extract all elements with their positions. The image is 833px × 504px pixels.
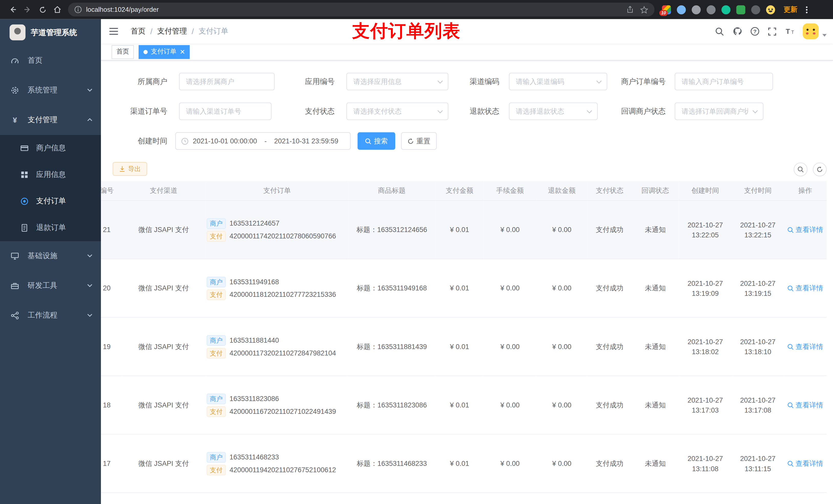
reset-button-label: 重置	[416, 136, 430, 146]
extension-icon-2[interactable]	[677, 5, 686, 14]
help-icon[interactable]: ?	[746, 19, 763, 44]
sidebar-item-home[interactable]: 首页	[0, 46, 101, 75]
sidebar-item-system[interactable]: 系统管理	[0, 75, 101, 105]
breadcrumb-item-payment[interactable]: 支付管理	[157, 27, 187, 36]
merchant-order-no-input[interactable]	[675, 73, 773, 90]
url-text[interactable]: localhost:1024/pay/order	[86, 6, 159, 13]
cell-actions: 查看详情	[784, 317, 827, 376]
close-icon[interactable]	[180, 49, 185, 54]
sidebar-item-label: 系统管理	[28, 86, 57, 95]
sidebar-item-app-info[interactable]: 应用信息	[0, 161, 101, 188]
site-info-icon[interactable]	[74, 6, 82, 13]
breadcrumb-item-home[interactable]: 首页	[130, 27, 145, 36]
back-icon[interactable]	[5, 2, 20, 17]
sidebar-item-pay-order[interactable]: 支付订单	[0, 188, 101, 215]
browser-update-button[interactable]: 更新	[784, 5, 798, 14]
refund-status-select[interactable]: 请选择退款状态	[509, 102, 598, 120]
extension-badge: 10	[659, 10, 668, 16]
pay-tag: 支付	[207, 464, 226, 475]
table-row[interactable]: 20 微信 JSAPI 支付 商户1635311949168 支付4200001…	[101, 259, 827, 317]
sidebar-item-devtools[interactable]: 研发工具	[0, 271, 101, 301]
tab-pay-order[interactable]: 支付订单	[139, 45, 190, 58]
channel-code-select[interactable]: 请输入渠道编码	[509, 73, 607, 90]
browser-menu-icon[interactable]	[804, 4, 810, 15]
table-row[interactable]: 19 微信 JSAPI 支付 商户1635311881440 支付4200001…	[101, 317, 827, 376]
payment-submenu: 商户信息 应用信息 支付订单 退款订单	[0, 135, 101, 241]
refresh-button[interactable]	[813, 163, 827, 176]
sidebar-item-infra[interactable]: 基础设施	[0, 241, 101, 271]
app-title: 芋道管理系统	[31, 27, 77, 38]
view-detail-link[interactable]: 查看详情	[787, 400, 823, 410]
search-button[interactable]: 搜索	[358, 132, 395, 149]
export-button[interactable]: 导出	[113, 162, 147, 176]
view-detail-link[interactable]: 查看详情	[787, 342, 823, 351]
cell-status: 支付成功	[587, 200, 632, 259]
table-row[interactable]: 21 微信 JSAPI 支付 商户1635312124657 支付4200001…	[101, 200, 827, 259]
profile-avatar-icon[interactable]	[766, 5, 775, 14]
table-header-row: 编号 支付渠道 支付订单 商品标题 支付金额 手续金额 退款金额 支付状态 回调…	[101, 181, 827, 200]
address-bar[interactable]: localhost:1024/pay/order	[68, 3, 654, 16]
forward-icon[interactable]	[20, 2, 35, 17]
create-time-range-picker[interactable]: 2021-10-01 00:00:00 - 2021-10-31 23:59:5…	[175, 132, 351, 149]
merchant-no: 1635312124657	[230, 219, 280, 227]
cell-channel: 微信 JSAPI 支付	[121, 259, 206, 317]
sidebar-item-label: 研发工具	[28, 281, 57, 290]
chevron-down-icon[interactable]	[823, 34, 827, 37]
github-icon[interactable]	[728, 19, 746, 44]
cell-refund	[537, 493, 587, 504]
sidebar-item-payment[interactable]: ¥ 支付管理	[0, 105, 101, 135]
hamburger-icon[interactable]	[109, 26, 119, 37]
sidebar-item-merchant-info[interactable]: 商户信息	[0, 135, 101, 162]
callback-status-select[interactable]: 请选择订单回调商户状态	[675, 102, 763, 120]
table-row[interactable]: 18 微信 JSAPI 支付 商户1635311823086 支付4200001…	[101, 376, 827, 434]
view-detail-link[interactable]: 查看详情	[787, 459, 823, 468]
bookmark-star-icon[interactable]	[640, 6, 648, 14]
extension-icon-7[interactable]	[751, 5, 760, 14]
view-detail-link[interactable]: 查看详情	[787, 225, 823, 234]
tab-home[interactable]: 首页	[112, 45, 134, 58]
table-row[interactable]: 16 微信 JSAPI 支付 商户1635311517126 支付	[101, 493, 827, 504]
home-icon[interactable]	[50, 2, 65, 17]
fullscreen-icon[interactable]	[763, 19, 781, 44]
extension-icon-6[interactable]	[736, 5, 745, 14]
chevron-down-icon	[87, 284, 93, 288]
cell-refund: ¥ 0.00	[537, 317, 587, 376]
reset-button[interactable]: 重置	[401, 132, 437, 149]
browser-toolbar: localhost:1024/pay/order 10 更新	[0, 0, 833, 19]
user-avatar[interactable]	[803, 23, 819, 39]
extension-icon-1[interactable]: 10	[662, 5, 671, 14]
breadcrumb-separator: /	[150, 27, 152, 35]
extension-icon-4[interactable]	[707, 5, 715, 14]
app-logo[interactable]: 芋道管理系统	[0, 19, 101, 46]
table-row[interactable]: 17 微信 JSAPI 支付 商户1635311468233 支付4200001…	[101, 434, 827, 493]
share-icon[interactable]	[626, 6, 634, 13]
cell-id: 19	[101, 317, 121, 376]
extension-icon-5[interactable]	[721, 5, 730, 14]
cell-refund: ¥ 0.00	[537, 259, 587, 317]
card-icon	[20, 144, 29, 152]
svg-text:?: ?	[753, 28, 756, 34]
chevron-up-icon	[87, 118, 93, 122]
cell-amount: ¥ 0.01	[436, 376, 484, 434]
font-size-icon[interactable]: TT	[781, 19, 799, 44]
cell-title: 标题：1635311468233	[348, 434, 435, 493]
reload-icon[interactable]	[35, 2, 50, 17]
extension-icon-3[interactable]	[692, 5, 700, 14]
filter-label-create-time: 创建时间	[101, 132, 167, 149]
merchant-tag: 商户	[207, 335, 226, 345]
sidebar-item-workflow[interactable]: 工作流程	[0, 301, 101, 330]
channel-order-no-input[interactable]	[179, 102, 271, 120]
search-icon[interactable]	[711, 19, 728, 44]
cell-actions: 查看详情	[784, 259, 827, 317]
sidebar-item-refund-order[interactable]: 退款订单	[0, 215, 101, 241]
merchant-select[interactable]	[179, 73, 275, 90]
sidebar-item-label: 退款订单	[36, 223, 66, 233]
view-detail-link[interactable]: 查看详情	[787, 283, 823, 293]
cell-fee: ¥ 0.00	[483, 434, 537, 493]
merchant-tag: 商户	[207, 452, 226, 462]
logo-avatar	[9, 24, 25, 40]
date-end-value[interactable]: 2021-10-31 23:59:59	[274, 137, 338, 145]
cell-title: 标题：1635312124656	[348, 200, 435, 259]
toggle-search-button[interactable]	[794, 163, 808, 176]
date-start-value[interactable]: 2021-10-01 00:00:00	[193, 137, 257, 145]
